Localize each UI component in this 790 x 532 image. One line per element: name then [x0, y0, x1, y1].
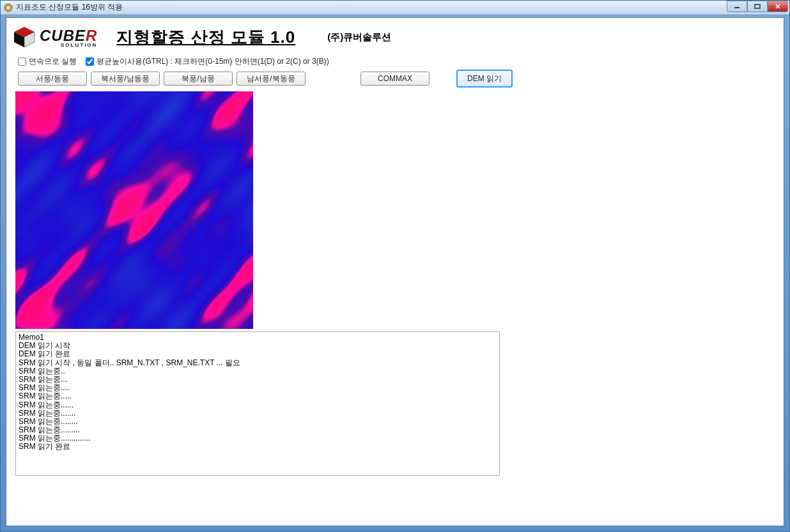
btn-sw-ne[interactable]: 남서풍/북동풍 — [236, 72, 306, 86]
checkbox-continuous[interactable]: 연속으로 실행 — [18, 56, 77, 67]
window-title: 지표조도 산정모듈 16방위 적용 — [16, 2, 123, 13]
btn-nw-se[interactable]: 북서풍/남동풍 — [91, 72, 160, 86]
app-title: 지형할증 산정 모듈 1.0 — [116, 26, 295, 49]
logo-text-accent: R — [86, 27, 97, 44]
svg-point-1 — [6, 6, 10, 9]
minimize-button[interactable] — [727, 1, 747, 12]
btn-dem-read[interactable]: DEM 읽기 — [456, 70, 513, 87]
window-controls — [727, 1, 788, 12]
checkbox-row: 연속으로 실행 평균높이사용(GTRL) : 체크하면(0-15m) 안하면(1… — [6, 52, 784, 70]
memo-log[interactable]: Memo1 DEM 읽기 시작 DEM 읽기 완료 SRM 읽기 시작 , 동일… — [15, 331, 500, 476]
svg-rect-3 — [755, 4, 760, 8]
app-icon — [3, 3, 13, 13]
close-button[interactable] — [768, 1, 788, 12]
checkbox-continuous-label: 연속으로 실행 — [29, 56, 77, 67]
logo: CUBER SOLUTION — [12, 24, 97, 50]
maximize-button[interactable] — [747, 1, 768, 12]
btn-north-south[interactable]: 북풍/남풍 — [164, 72, 233, 86]
logo-text: CUBER SOLUTION — [40, 27, 97, 48]
button-row: 서풍/동풍 북서풍/남동풍 북풍/남풍 남서풍/북동풍 COMMAX DEM 읽… — [6, 70, 784, 91]
checkbox-avgheight[interactable]: 평균높이사용(GTRL) : 체크하면(0-15m) 안하면(1(D) or 2… — [86, 56, 329, 67]
checkbox-avgheight-input[interactable] — [86, 57, 94, 66]
svg-rect-2 — [734, 7, 740, 8]
titlebar[interactable]: 지표조도 산정모듈 16방위 적용 — [1, 1, 789, 15]
client-area: CUBER SOLUTION 지형할증 산정 모듈 1.0 (주)큐버솔루션 연… — [6, 17, 784, 526]
checkbox-avgheight-label: 평균높이사용(GTRL) : 체크하면(0-15m) 안하면(1(D) or 2… — [97, 56, 329, 67]
dem-visualization — [15, 91, 253, 329]
logo-cube-icon — [12, 24, 37, 50]
company-name: (주)큐버솔루션 — [327, 31, 391, 43]
btn-commax[interactable]: COMMAX — [360, 72, 430, 86]
header: CUBER SOLUTION 지형할증 산정 모듈 1.0 (주)큐버솔루션 — [6, 18, 784, 52]
app-window: 지표조도 산정모듈 16방위 적용 — [0, 0, 790, 532]
logo-text-main: CUBE — [40, 27, 86, 44]
checkbox-continuous-input[interactable] — [18, 57, 26, 66]
btn-west-east[interactable]: 서풍/동풍 — [18, 72, 87, 86]
dem-canvas — [15, 91, 253, 329]
